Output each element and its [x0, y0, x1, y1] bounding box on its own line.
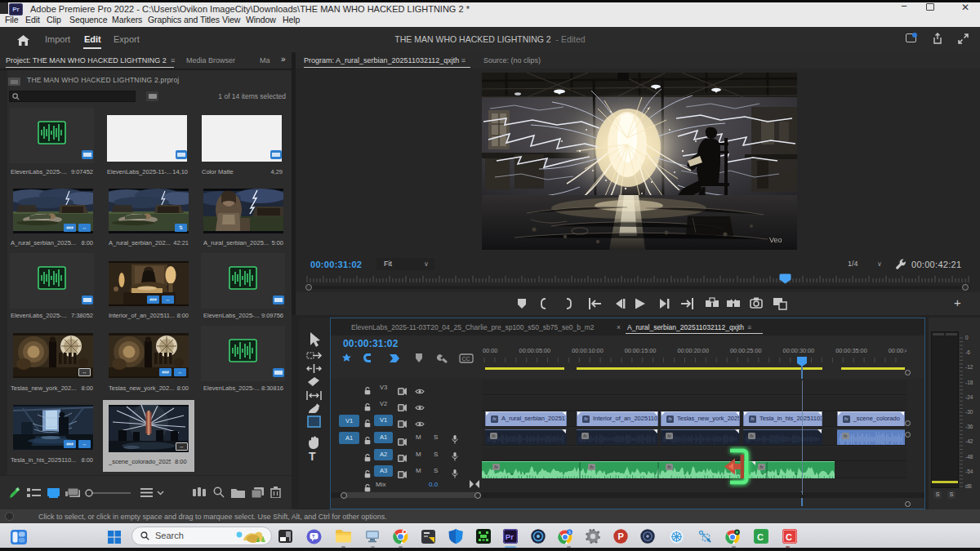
svg-text:00:00:40:: 00:00:40:: [889, 347, 906, 354]
svg-text:Pr: Pr: [506, 532, 514, 541]
svg-text:-30: -30: [965, 409, 973, 415]
svg-text:CC: CC: [462, 356, 470, 362]
svg-text:00:00:20:00: 00:00:20:00: [677, 347, 709, 354]
svg-text:-6: -6: [965, 349, 970, 355]
svg-text:-18: -18: [965, 380, 973, 385]
svg-text:00:00:15:00: 00:00:15:00: [625, 347, 657, 354]
svg-text:Veo: Veo: [769, 236, 782, 244]
svg-text:C: C: [757, 532, 764, 542]
svg-text:00:00:10:00: 00:00:10:00: [572, 347, 604, 354]
svg-text:-36: -36: [965, 424, 973, 429]
svg-text:T: T: [309, 450, 316, 463]
svg-text:P: P: [618, 531, 624, 541]
svg-text:T: T: [312, 534, 315, 539]
svg-text:00:00:35:00: 00:00:35:00: [835, 347, 867, 354]
svg-text:-54: -54: [965, 469, 973, 474]
svg-text:00:00:30:00: 00:00:30:00: [783, 347, 815, 354]
svg-text:00:00: 00:00: [483, 347, 497, 354]
svg-text:0: 0: [965, 335, 969, 340]
svg-text:-42: -42: [965, 438, 973, 444]
svg-text:00:00:05:00: 00:00:05:00: [519, 347, 551, 354]
svg-text:-48: -48: [965, 454, 973, 460]
svg-text:dB: dB: [965, 483, 972, 489]
svg-text:-12: -12: [965, 364, 973, 370]
svg-text:-24: -24: [965, 394, 973, 400]
svg-text:C: C: [786, 532, 792, 542]
svg-text:00:00:25:00: 00:00:25:00: [730, 347, 762, 354]
